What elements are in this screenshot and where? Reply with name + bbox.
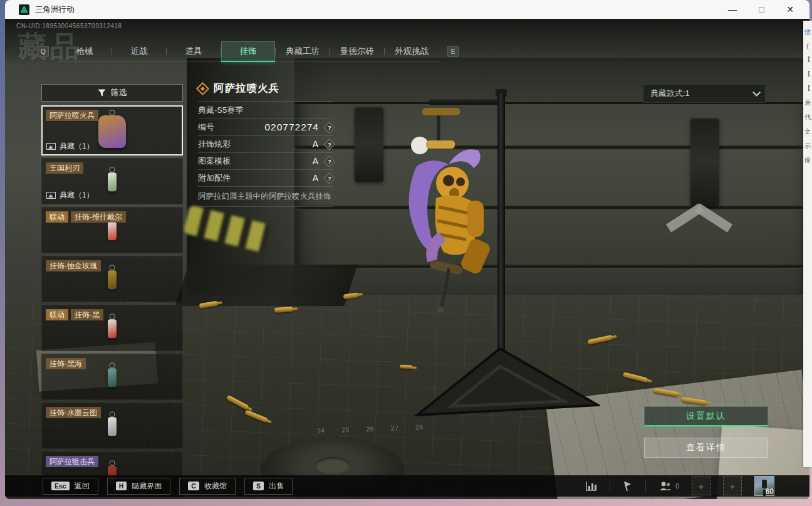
pattern-row: 图案模板 A ? xyxy=(198,153,333,170)
charm-list: 阿萨拉喷火兵 典藏（1） 王国利刃 典藏（1） 联动 挂饰-维什戴尔 xyxy=(41,105,183,499)
tab-appearance-challenge[interactable]: 外观挑战 xyxy=(385,41,439,61)
window-title: 三角洲行动 xyxy=(35,4,75,15)
bottom-bar: Esc 返回 H 隐藏界面 C 收藏馆 S 出售 xyxy=(5,475,809,497)
bar-chart-icon xyxy=(586,481,597,491)
crate-latch xyxy=(690,118,719,206)
tab-gear[interactable]: 道具 xyxy=(167,41,221,61)
charm-list-item[interactable]: 挂饰-黑海 xyxy=(41,354,183,400)
charm-detail-panel: 阿萨拉喷火兵 典藏-S5赛季 编号 020772274 ? 挂饰炫彩 A ? 图… xyxy=(198,82,333,207)
invite-slot-button[interactable]: + xyxy=(723,477,742,495)
player-level: 60 xyxy=(766,487,774,496)
help-icon[interactable]: ? xyxy=(323,172,335,184)
view-details-button[interactable]: 查看详情 xyxy=(644,438,768,458)
serial-value: 020772274 xyxy=(264,122,319,133)
stand-arm xyxy=(429,99,504,105)
people-icon xyxy=(658,481,672,491)
c-keycap: C xyxy=(188,482,199,490)
collect-count: 典藏（1） xyxy=(46,141,94,152)
collection-style-dropdown[interactable]: 典藏款式:1 xyxy=(643,84,766,103)
set-default-button[interactable]: 设置默认 xyxy=(644,406,768,426)
tab-melee[interactable]: 近战 xyxy=(112,41,166,61)
help-icon[interactable]: ? xyxy=(323,139,335,150)
charm-name-chip: 挂饰-黑海 xyxy=(46,358,86,369)
app-logo-icon xyxy=(19,4,29,15)
rarity-diamond-icon xyxy=(196,82,209,95)
minimize-button[interactable]: — xyxy=(718,0,747,19)
s-keycap: S xyxy=(253,482,264,490)
charm-name-chip: 挂饰-蚀金玫瑰 xyxy=(46,260,101,271)
tab-next-key-hint[interactable]: E xyxy=(447,46,459,57)
hide-ui-shortcut[interactable]: H 隐藏界面 xyxy=(107,478,171,495)
funnel-icon xyxy=(98,89,106,97)
collect-count: 典藏（1） xyxy=(46,190,94,201)
charm-thumbnail xyxy=(108,172,117,191)
charm-list-item[interactable]: 阿萨拉喷火兵 典藏（1） xyxy=(41,105,183,155)
charm-list-item[interactable]: 联动 挂饰-黑 xyxy=(41,305,183,351)
help-icon[interactable]: ? xyxy=(323,122,335,133)
charm-name-chip: 阿萨拉狙击兵 xyxy=(46,456,98,467)
charm-name-chip: 阿萨拉喷火兵 xyxy=(46,110,98,121)
collab-badge: 联动 xyxy=(46,309,68,320)
colorway-row: 挂饰炫彩 A ? xyxy=(198,136,333,153)
tab-prev-key-hint[interactable]: Q xyxy=(38,46,49,57)
charm-thumbnail xyxy=(108,221,117,240)
gallery-icon xyxy=(46,192,56,199)
charm-thumbnail xyxy=(108,417,117,436)
charm-thumbnail xyxy=(108,368,117,387)
charm-thumbnail xyxy=(108,319,117,338)
filter-button[interactable]: 筛选 xyxy=(41,84,183,102)
flag-icon xyxy=(623,481,633,492)
tab-mandel-brick[interactable]: 曼德尔砖 xyxy=(330,41,384,61)
charm-name-chip: 挂饰-维什戴尔 xyxy=(71,211,126,223)
player-avatar[interactable]: 60 xyxy=(754,476,774,496)
detail-title: 阿萨拉喷火兵 xyxy=(214,82,279,95)
serial-row: 编号 020772274 ? xyxy=(198,119,333,136)
team-count: 0 xyxy=(675,482,679,490)
charm-name-chip: 挂饰-黑 xyxy=(71,309,103,320)
collab-badge: 联动 xyxy=(46,211,68,223)
tab-collection-workshop[interactable]: 典藏工坊 xyxy=(276,41,330,61)
team-button[interactable]: 0 xyxy=(658,481,679,491)
close-button[interactable]: ✕ xyxy=(776,0,804,19)
season-row: 典藏-S5赛季 xyxy=(198,102,333,119)
charm-list-item[interactable]: 王国利刃 典藏（1） xyxy=(41,158,183,204)
charm-description: 阿萨拉幻蜃主题中的阿萨拉喷火兵挂饰 xyxy=(198,187,333,207)
category-tabbar: Q 枪械 近战 道具 挂饰 典藏工坊 曼德尔砖 外观挑战 E xyxy=(38,41,459,61)
report-button[interactable] xyxy=(623,481,633,492)
screen: 三角洲行动 — ✕ xyxy=(0,0,812,506)
maximize-button[interactable] xyxy=(747,0,776,19)
uid-text: CN-UID:189530045653709312418 xyxy=(16,23,122,29)
charm-list-item[interactable]: 挂饰-蚀金玫瑰 xyxy=(41,256,183,302)
chevron-down-icon xyxy=(752,88,761,97)
sell-shortcut[interactable]: S 出售 xyxy=(244,478,293,495)
charm-3d-figure[interactable] xyxy=(378,107,516,314)
help-icon[interactable]: ? xyxy=(323,155,335,167)
invite-slot-button[interactable]: + xyxy=(692,477,710,495)
tab-charms[interactable]: 挂饰 xyxy=(221,41,275,61)
h-keycap: H xyxy=(116,482,127,490)
tab-guns[interactable]: 枪械 xyxy=(58,41,112,61)
stand-base xyxy=(406,345,600,426)
collection-hall-shortcut[interactable]: C 收藏馆 xyxy=(179,478,236,495)
accessory-row: 附加配件 A ? xyxy=(198,170,333,187)
background-window-sliver[interactable]: 惯(【【【居代文示保 xyxy=(803,21,812,467)
tarp xyxy=(175,265,357,306)
charm-list-item[interactable]: 挂饰-水墨云图 xyxy=(41,403,183,449)
charm-list-item[interactable]: 联动 挂饰-维什戴尔 xyxy=(41,207,183,253)
window-titlebar: 三角洲行动 — ✕ xyxy=(5,0,809,19)
charm-thumbnail xyxy=(108,270,117,289)
esc-keycap: Esc xyxy=(51,482,70,490)
stats-button[interactable] xyxy=(586,481,597,491)
game-viewport: 24 25 26 27 28 xyxy=(5,19,809,499)
gallery-icon xyxy=(46,143,56,150)
back-shortcut[interactable]: Esc 返回 xyxy=(43,478,98,495)
charm-thumbnail xyxy=(98,115,126,148)
charm-name-chip: 挂饰-水墨云图 xyxy=(46,407,101,418)
charm-name-chip: 王国利刃 xyxy=(46,162,83,174)
